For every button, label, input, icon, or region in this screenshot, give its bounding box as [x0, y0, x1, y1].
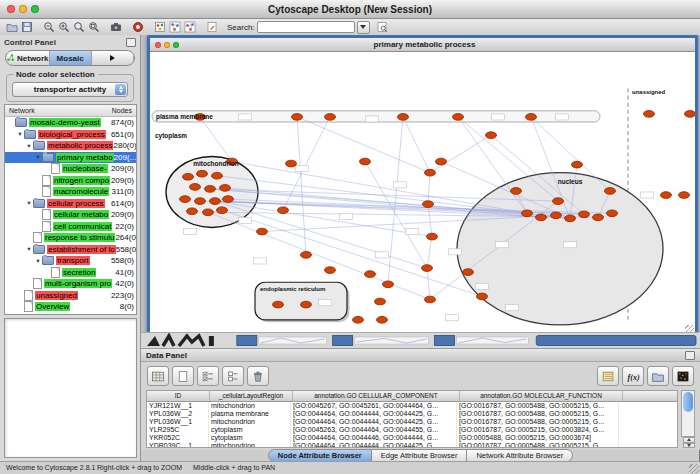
tree-item-response-to-stimulu[interactable]: response to stimulu264(0) — [5, 232, 136, 244]
table-row[interactable]: YPL036W__1mitochondrion[GO:0044464, GO:0… — [147, 418, 677, 426]
snapshot-icon[interactable] — [108, 20, 123, 34]
tree-item-secretion[interactable]: secretion41(0) — [5, 267, 136, 279]
dropdown-stepper-icon[interactable] — [115, 84, 126, 95]
tree-item-label: establishment of lo — [47, 245, 116, 254]
main-toolbar: Search: — [0, 19, 700, 36]
column-header[interactable]: _cellularLayoutRegion — [210, 391, 293, 401]
table-cell: YPL036W__2 — [147, 410, 209, 418]
svg-text:nucleus: nucleus — [558, 178, 583, 185]
tab-network[interactable]: Network — [6, 51, 50, 65]
annotations-icon[interactable] — [204, 20, 219, 34]
network-view-window[interactable]: primary metabolic process plasma membran… — [147, 35, 698, 338]
minimize-button[interactable] — [19, 5, 27, 13]
table-row[interactable]: YDR039C__1mitochondrion[GO:0044464, GO:0… — [147, 442, 677, 448]
expand-arrow-icon[interactable]: ▼ — [34, 258, 42, 264]
folder-icon — [33, 141, 45, 150]
tree-item-multi-organism-pro[interactable]: multi-organism pro42(0) — [5, 278, 136, 290]
float-panel-icon[interactable] — [126, 38, 136, 47]
tab-mosaic[interactable]: Mosaic — [50, 51, 92, 65]
open-session-icon[interactable] — [4, 20, 19, 34]
table-row[interactable]: YKR052Ccytoplasm[GO:0044464, GO:0044446,… — [147, 434, 677, 442]
expand-arrow-icon[interactable]: ▼ — [25, 246, 33, 252]
tree-item-metabolic-process[interactable]: ▼metabolic process280(0) — [5, 140, 136, 152]
expand-arrow-icon[interactable]: ▼ — [16, 131, 24, 137]
node-color-dropdown[interactable]: transporter activity — [12, 82, 128, 97]
column-header[interactable]: ID — [147, 391, 210, 401]
zoom-fit-icon[interactable] — [71, 20, 86, 34]
control-panel-header: Control Panel — [0, 35, 140, 49]
vizmapper-icon[interactable] — [152, 20, 167, 34]
tree-item-cell-communicat[interactable]: cell communicat22(0) — [5, 221, 136, 233]
column-header[interactable]: annotation.GO CELLULAR_COMPONENT — [293, 391, 460, 401]
delete-attribute-icon[interactable] — [247, 366, 269, 386]
tree-item-label: mosaic-demo-yeast — [29, 118, 101, 127]
tree-item-unassigned[interactable]: unassigned223(0) — [5, 290, 136, 302]
scroll-down-button[interactable] — [683, 443, 695, 449]
nodes-column-header[interactable]: Nodes — [112, 107, 132, 114]
import-attributes-icon[interactable] — [647, 366, 669, 386]
folder-icon — [42, 256, 54, 265]
tree-item-macromolecule[interactable]: macromolecule311(0) — [5, 186, 136, 198]
help-ring-icon[interactable] — [130, 20, 145, 34]
attribute-matrix-icon[interactable] — [672, 366, 694, 386]
attribute-toolbar-left — [147, 366, 269, 386]
expand-arrow-icon[interactable]: ▼ — [34, 154, 42, 160]
app-resize-grip[interactable] — [689, 464, 699, 474]
search-input[interactable] — [257, 21, 355, 33]
tab-scroll-right-button[interactable] — [92, 51, 134, 65]
save-session-icon[interactable] — [19, 20, 34, 34]
tree-item-overview[interactable]: Overview8(0) — [5, 301, 136, 313]
layout-network-b-icon[interactable] — [182, 20, 197, 34]
tree-item-cellular-process[interactable]: ▼cellular process614(0) — [5, 198, 136, 210]
tree-item-nitrogen-compo[interactable]: nitrogen compo209(0) — [5, 175, 136, 187]
attribute-editor-icon[interactable] — [597, 366, 619, 386]
window-titlebar[interactable]: Cytoscape Desktop (New Session) — [0, 0, 700, 19]
status-welcome: Welcome to Cytoscape 2.8.1 — [6, 464, 95, 471]
scrollbar-thumb[interactable] — [683, 392, 693, 412]
zoom-out-icon[interactable] — [41, 20, 56, 34]
tree-item-nucleobase-[interactable]: nucleobase-209(0) — [5, 163, 136, 175]
zoom-button[interactable] — [31, 5, 39, 13]
table-row[interactable]: YLR295Ccytoplasm[GO:0045263, GO:0044464,… — [147, 426, 677, 434]
node-count: 209(0) — [111, 164, 136, 173]
tree-item-establishment-of-lo[interactable]: ▼establishment of lo558(0) — [5, 244, 136, 256]
tree-item-transport[interactable]: ▼transport558(0) — [5, 255, 136, 267]
new-attribute-icon[interactable] — [172, 366, 194, 386]
zoom-button[interactable] — [173, 42, 179, 48]
table-cell: mitochondrion — [209, 442, 291, 448]
svg-text:mitochondrion: mitochondrion — [193, 160, 238, 167]
node-count: 41(0) — [115, 268, 136, 277]
table-row[interactable]: YJR121W__1mitochondrion[GO:0045267, GO:0… — [147, 402, 677, 410]
network-column-header[interactable]: Network — [9, 107, 35, 114]
tree-item-mosaic-demo-yeast[interactable]: mosaic-demo-yeast874(0) — [5, 117, 136, 129]
select-attributes-icon[interactable] — [197, 366, 219, 386]
table-scrollbar[interactable] — [681, 390, 695, 437]
close-button[interactable] — [155, 42, 161, 48]
close-button[interactable] — [7, 5, 15, 13]
birds-eye-view[interactable] — [4, 318, 137, 458]
network-window-titlebar[interactable]: primary metabolic process — [150, 38, 695, 52]
function-builder-icon[interactable]: f(x) — [622, 366, 644, 386]
minimize-button[interactable] — [164, 42, 170, 48]
tree-item-cellular-metabo[interactable]: cellular metabo209(0) — [5, 209, 136, 221]
network-canvas[interactable]: plasma membranecytoplasmmitochondrionnuc… — [150, 52, 695, 335]
expand-arrow-icon[interactable]: ▼ — [25, 200, 33, 206]
layout-network-a-icon[interactable] — [167, 20, 182, 34]
tree-item-biological-process[interactable]: ▼biological_process651(0) — [5, 129, 136, 141]
advanced-search-icon[interactable] — [375, 20, 390, 34]
svg-text:cytoplasm: cytoplasm — [155, 132, 187, 140]
float-panel-icon[interactable] — [685, 351, 695, 360]
search-options-button[interactable] — [357, 21, 370, 34]
chevron-down-icon — [360, 25, 366, 29]
table-row[interactable]: YPL036W__2plasma membrane[GO:0044464, GO… — [147, 410, 677, 418]
status-bar: Welcome to Cytoscape 2.8.1 Right-click +… — [0, 461, 700, 474]
data-panel-titlebar[interactable]: Data Panel — [141, 349, 700, 362]
zoom-selected-region-icon[interactable] — [86, 20, 101, 34]
attribute-columns-icon[interactable] — [222, 366, 244, 386]
expand-arrow-icon[interactable]: ▼ — [25, 143, 33, 149]
zoom-in-icon[interactable] — [56, 20, 71, 34]
tree-item-primary-metabo[interactable]: ▼primary metabo209(... — [5, 152, 136, 164]
attribute-table-icon[interactable] — [147, 366, 169, 386]
column-header[interactable]: annotation.GO MOLECULAR_FUNCTION — [460, 391, 623, 401]
network-graph[interactable]: plasma membranecytoplasmmitochondrionnuc… — [150, 52, 695, 335]
